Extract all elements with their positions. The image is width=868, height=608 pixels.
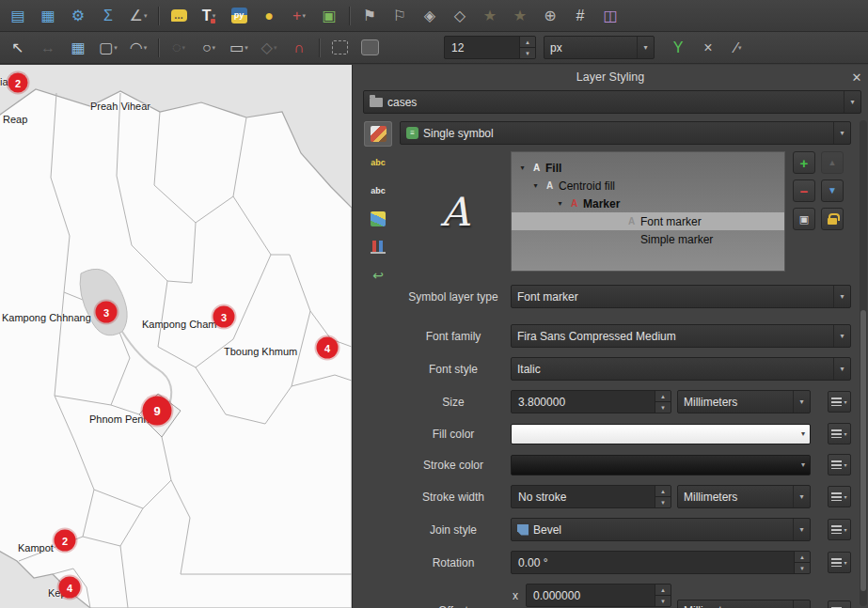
python-console-icon[interactable]: py	[225, 3, 253, 29]
fill-color-button[interactable]	[511, 424, 811, 444]
spinner-steppers[interactable]	[655, 391, 671, 413]
data-defined-override-button[interactable]	[828, 519, 851, 540]
text-annotation-icon[interactable]: T	[195, 3, 223, 29]
log-book-icon[interactable]: ▤	[4, 3, 32, 29]
osm-plugin-icon[interactable]: ●	[255, 3, 283, 29]
pin-icon[interactable]: ⊕	[536, 3, 564, 29]
renderer-select[interactable]: ≡ Single symbol	[400, 121, 851, 145]
rotation-input[interactable]: 0.00 °	[511, 551, 811, 574]
history-tab[interactable]: ↩	[364, 262, 392, 288]
attribute-table-icon[interactable]: ▦	[34, 3, 62, 29]
font-family-select[interactable]: Fira Sans Compressed Medium	[511, 324, 851, 348]
georeferencer-icon[interactable]: ▣	[315, 3, 343, 29]
diagram-overlay-icon[interactable]: ◫	[596, 3, 624, 29]
symbol-layer-type-select[interactable]: Font marker	[511, 285, 851, 308]
map-canvas[interactable]: iaReapPreah VihearKampong ChhnangKampong…	[0, 65, 352, 608]
measure-icon[interactable]: ∠	[124, 3, 152, 29]
statistics-sigma-icon[interactable]: Σ	[94, 3, 122, 29]
ellipse-tool-icon[interactable]: ○	[195, 35, 223, 61]
close-icon[interactable]: ✕	[849, 70, 864, 85]
blank-box-icon[interactable]	[355, 35, 384, 61]
symbol-layer-row[interactable]: Simple marker	[512, 230, 784, 248]
arc-tool-icon[interactable]: ◠	[124, 35, 152, 61]
view-3d-tab[interactable]	[364, 206, 392, 231]
font-style-select[interactable]: Italic	[511, 357, 851, 381]
move-crosshair-icon[interactable]: +	[285, 3, 313, 29]
diagram-tab[interactable]	[364, 234, 392, 259]
stroke-width-unit-select[interactable]: Millimeters	[677, 485, 811, 508]
scrollbar-thumb[interactable]	[860, 310, 866, 592]
label-flag-icon[interactable]: ⚑	[355, 3, 384, 29]
spinner-steppers[interactable]	[655, 585, 671, 606]
stroke-color-button[interactable]	[511, 455, 811, 475]
symbology-tab[interactable]	[364, 121, 392, 147]
spinner-steppers[interactable]	[794, 552, 810, 573]
duplicate-symbol-layer-button[interactable]: ▣	[793, 208, 815, 230]
step-up-icon[interactable]	[655, 391, 671, 402]
label-diamond-icon[interactable]: ◈	[416, 3, 444, 29]
stroke-width-input[interactable]: No stroke	[511, 485, 671, 508]
dashed-selection-icon[interactable]	[325, 35, 354, 61]
node-edit-icon[interactable]: ▢	[94, 35, 122, 61]
symbol-layer-row[interactable]: ▾ A Centroid fill	[512, 177, 784, 195]
move-down-button[interactable]: ▼	[821, 179, 844, 202]
offset-unit-select[interactable]: Millimeters	[677, 600, 811, 608]
remove-symbol-layer-button[interactable]: −	[793, 179, 815, 202]
step-up-icon[interactable]	[795, 552, 810, 563]
symbol-layer-row[interactable]: A Font marker	[512, 212, 784, 230]
move-up-button[interactable]: ▲	[821, 151, 844, 174]
data-defined-override-button[interactable]	[828, 423, 851, 444]
symbol-layer-row[interactable]: ▾ A Marker	[512, 195, 784, 212]
merge-lines-icon[interactable]: Y	[664, 35, 692, 61]
step-up-icon[interactable]	[520, 37, 535, 48]
symbol-layer-row[interactable]: ▾ A Fill	[512, 159, 784, 177]
delete-icon[interactable]: ×	[694, 35, 722, 61]
pan-icon[interactable]: ↔	[34, 35, 62, 61]
map-tips-icon[interactable]: …	[165, 3, 193, 29]
circle-tool-icon[interactable]: ◌	[165, 35, 193, 61]
step-down-icon[interactable]	[655, 596, 671, 606]
step-down-icon[interactable]	[520, 48, 535, 58]
font-units-select[interactable]: px	[544, 36, 655, 59]
polygon-tool-icon[interactable]: ◇	[255, 35, 283, 61]
data-defined-override-button[interactable]	[828, 552, 851, 573]
lock-colors-button[interactable]	[821, 208, 844, 230]
size-input[interactable]: 3.800000	[511, 390, 671, 413]
expand-arrow-icon[interactable]: ▾	[530, 181, 541, 190]
grid-hash-icon[interactable]: #	[566, 3, 594, 29]
rotation-label: Rotation	[400, 556, 511, 569]
layout-grid-icon[interactable]: ▦	[64, 35, 92, 61]
layer-select[interactable]: cases	[363, 90, 861, 114]
star-outline-icon[interactable]: ★	[506, 3, 534, 29]
expand-arrow-icon[interactable]: ▾	[555, 199, 565, 208]
label-diamond-outline-icon[interactable]: ◇	[446, 3, 474, 29]
join-style-select[interactable]: Bevel	[511, 518, 811, 541]
labels-tab[interactable]: abc	[364, 149, 392, 175]
spinner-steppers[interactable]	[655, 486, 671, 507]
step-up-icon[interactable]	[655, 585, 671, 596]
data-defined-override-button[interactable]	[828, 486, 851, 507]
expand-arrow-icon[interactable]: ▾	[517, 164, 528, 172]
step-up-icon[interactable]	[655, 486, 671, 497]
spinner-steppers[interactable]	[519, 37, 535, 58]
data-defined-override-button[interactable]	[828, 454, 851, 475]
label-flag-outline-icon[interactable]: ⚐	[386, 3, 414, 29]
size-unit-select[interactable]: Millimeters	[677, 390, 811, 413]
snapping-magnet-icon[interactable]: ∩	[285, 35, 313, 61]
options-gear-icon[interactable]: ⚙	[64, 3, 92, 29]
data-defined-override-button[interactable]	[828, 600, 851, 608]
data-defined-override-button[interactable]	[828, 391, 851, 413]
font-size-input[interactable]: 12	[444, 36, 536, 59]
offset-x-input[interactable]: 0.000000	[526, 584, 671, 607]
step-down-icon[interactable]	[655, 497, 671, 507]
symbol-layer-icon: A	[625, 216, 638, 226]
step-down-icon[interactable]	[795, 563, 810, 573]
mask-tab[interactable]: abc	[364, 178, 392, 203]
pointer-icon[interactable]: ↖	[4, 35, 32, 61]
add-symbol-layer-button[interactable]: +	[793, 151, 815, 174]
slash-tool-icon[interactable]: ∕	[724, 35, 752, 61]
rectangle-tool-icon[interactable]: ▭	[225, 35, 253, 61]
step-down-icon[interactable]	[655, 402, 671, 413]
star-icon[interactable]: ★	[476, 3, 504, 29]
panel-scrollbar[interactable]	[860, 120, 867, 606]
